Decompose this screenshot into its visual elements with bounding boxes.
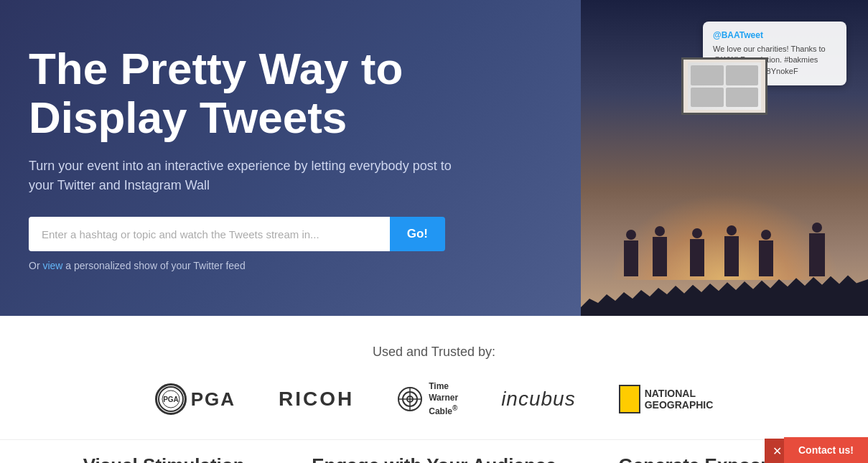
performer-1 [624, 240, 638, 276]
logos-row: PGA PGA RICOH Time Warner [29, 381, 839, 418]
trusted-section: Used and Trusted by: PGA PGA RICOH [0, 316, 868, 439]
hero-title: The Pretty Way to Display Tweets [29, 45, 474, 142]
twc-line1: Time [429, 381, 458, 393]
natgeo-text-label: NATIONAL GEOGRAPHIC [645, 388, 714, 412]
hero-content: The Pretty Way to Display Tweets Turn yo… [0, 1, 503, 314]
pga-emblem-icon: PGA [157, 385, 185, 413]
hero-subtitle: Turn your event into an interactive expe… [29, 156, 474, 195]
go-button[interactable]: Go! [390, 217, 445, 251]
ricoh-text-label: RICOH [279, 388, 354, 411]
stage-screen [681, 57, 767, 115]
incubus-text-label: incubus [501, 388, 576, 411]
feature-visual-stimulation: Visual Stimulation [29, 454, 299, 463]
tweet-handle: @BAATweet [713, 30, 836, 40]
features-section: Visual Stimulation Engage with Your Audi… [0, 439, 868, 463]
twc-line3: Cable® [429, 403, 458, 418]
search-row: Go! [29, 217, 445, 251]
incubus-logo: incubus [501, 388, 576, 411]
stage-photo: @BAATweet We love our charities! Thanks … [581, 0, 868, 316]
contact-us-button[interactable]: Contact us! [784, 437, 868, 463]
twc-spiral-icon [397, 386, 423, 412]
hero-image: @BAATweet We love our charities! Thanks … [581, 0, 868, 316]
twc-logo: Time Warner Cable® [397, 381, 458, 418]
feature-title-2: Engage with Your Audience [299, 454, 569, 463]
natgeo-line1: NATIONAL [645, 388, 714, 400]
natgeo-line2: GEOGRAPHIC [645, 399, 714, 411]
performer-2 [653, 237, 667, 276]
trusted-title: Used and Trusted by: [29, 345, 839, 360]
feature-title-1: Visual Stimulation [29, 454, 299, 463]
natgeo-yellow-box [619, 385, 640, 413]
hashtag-search-input[interactable] [29, 217, 390, 251]
performer-5 [759, 240, 773, 276]
pga-logo: PGA PGA [155, 383, 235, 415]
or-view-text: Or view a personalized show of your Twit… [29, 260, 474, 271]
pga-text-label: PGA [191, 388, 235, 411]
natgeo-logo: NATIONAL GEOGRAPHIC [619, 385, 714, 413]
twc-line2: Warner [429, 393, 458, 404]
view-link[interactable]: view [42, 260, 62, 271]
performer-4 [724, 236, 739, 276]
performer-6 [809, 233, 825, 276]
or-view-prefix: Or [29, 260, 42, 271]
or-view-suffix: a personalized show of your Twitter feed [62, 260, 245, 271]
twc-text-block: Time Warner Cable® [429, 381, 458, 418]
performer-3 [690, 239, 704, 276]
screen-inner [688, 62, 762, 111]
hero-section: The Pretty Way to Display Tweets Turn yo… [0, 0, 868, 316]
pga-emblem: PGA [155, 383, 187, 415]
svg-text:PGA: PGA [163, 396, 179, 403]
feature-engage-audience: Engage with Your Audience [299, 454, 569, 463]
ricoh-logo: RICOH [279, 388, 354, 411]
